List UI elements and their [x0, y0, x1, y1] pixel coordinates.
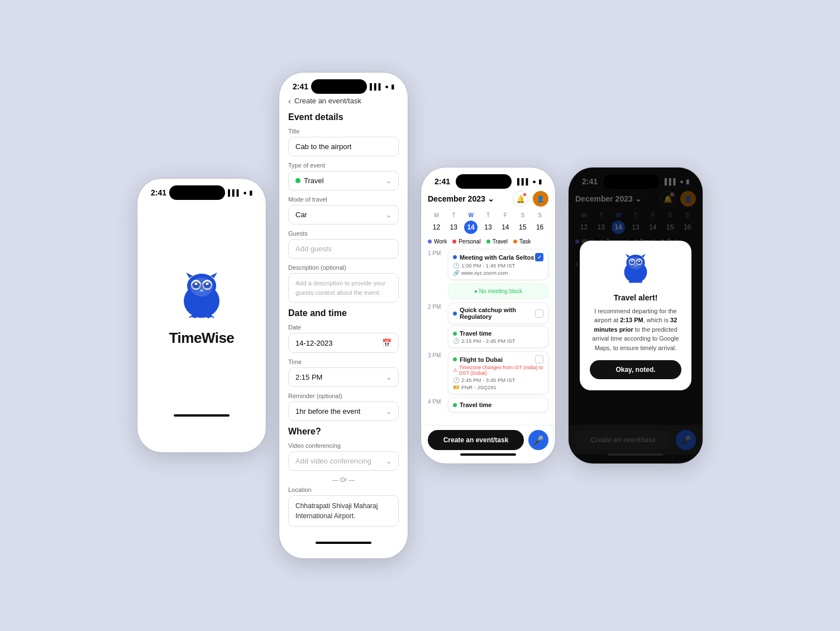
time-chevron: ⌄: [386, 374, 392, 381]
cal-day[interactable]: 15: [514, 221, 531, 234]
cal-day[interactable]: 12: [428, 221, 445, 234]
user-avatar[interactable]: 👤: [533, 191, 548, 207]
cal-day[interactable]: 13: [445, 221, 462, 234]
bell-dot: [523, 193, 527, 197]
svg-point-40: [629, 281, 634, 283]
event-title-text: Quick catchup with Regulatory: [460, 307, 535, 320]
app-name: TimeWise: [169, 329, 235, 347]
video-chevron: ⌄: [386, 457, 392, 465]
back-header[interactable]: ‹ Create an event/task: [288, 96, 399, 106]
status-bar-2: 2:41 ▌▌▌ ● ▮: [279, 73, 408, 96]
event-details-title: Event details: [288, 112, 399, 122]
event-flight-dubai[interactable]: Flight to Dubai ⚠Timezone changes from I…: [448, 351, 548, 394]
modal-overlay: Travel alert! I recommend departing for …: [569, 168, 703, 463]
time-2: 2:41: [293, 82, 308, 91]
create-event-btn[interactable]: Create an event/task: [428, 430, 524, 450]
modal-ok-button[interactable]: Okay, noted.: [590, 360, 681, 379]
clock-icon: 🕐: [453, 377, 460, 383]
guests-label: Guests: [288, 230, 399, 237]
video-label: Video conferencing: [288, 442, 399, 449]
mode-chevron: ⌄: [386, 211, 392, 219]
event-checkbox[interactable]: [535, 309, 543, 318]
time-label-4pm: 4 PM: [428, 398, 443, 412]
dynamic-island-1: [169, 185, 225, 200]
cal-header: December 2023 ⌄ 🔔 👤: [428, 191, 548, 207]
phone2: 2:41 ▌▌▌ ● ▮ ‹ Create an event/task Even…: [279, 73, 408, 558]
event-travel-time-4pm[interactable]: Travel time: [448, 398, 548, 412]
phone3: 2:41 ▌▌▌ ● ▮ December 2023 ⌄ 🔔 👤: [421, 168, 555, 463]
modal-body-part2: , which is: [643, 317, 670, 323]
event-dot: [453, 332, 457, 336]
signal-icon-3: ▌▌▌: [517, 178, 530, 185]
dynamic-island-2: [311, 79, 367, 94]
guests-input[interactable]: Add guests: [288, 239, 399, 259]
clock-icon: 🕐: [453, 262, 460, 269]
cal-days-header: MTWTFSS: [428, 212, 548, 218]
phone1: 2:41 ▌▌▌ ● ▮: [137, 179, 266, 452]
title-label: Title: [288, 128, 399, 135]
event-checkbox[interactable]: ✓: [535, 253, 543, 261]
signal-icon: ▌▌▌: [228, 189, 241, 196]
event-title-text: Travel time: [460, 330, 491, 337]
reminder-chevron: ⌄: [386, 408, 392, 415]
battery-icon-3: ▮: [538, 178, 542, 185]
calendar-main: December 2023 ⌄ 🔔 👤 MTWTFSS 12 13 14: [421, 191, 555, 412]
cal-month[interactable]: December 2023 ⌄: [428, 194, 494, 203]
battery-icon-2: ▮: [391, 83, 394, 90]
type-label: Type of event: [288, 162, 399, 169]
wifi-icon-2: ●: [385, 83, 389, 90]
cal-day[interactable]: 16: [531, 221, 548, 234]
event-checkbox[interactable]: [535, 355, 543, 364]
home-indicator-3: [460, 453, 516, 456]
desc-textarea[interactable]: Add a description to provide your guests…: [288, 273, 399, 303]
owl-logo: [174, 270, 230, 321]
home-indicator-1: [174, 414, 230, 417]
video-placeholder: Add video conferencing: [295, 457, 371, 465]
event-meeting-carla[interactable]: Meeting with Carla Seltos ✓ 🕐1:00 PM - 1…: [448, 249, 548, 280]
bell-icon[interactable]: 🔔: [513, 191, 528, 207]
reminder-label: Reminder (optional): [288, 393, 399, 399]
cal-day[interactable]: 14: [497, 221, 514, 234]
event-quick-catchup[interactable]: Quick catchup with Regulatory: [448, 303, 548, 324]
cal-days-row: 12 13 14 13 14 15 16: [428, 221, 548, 234]
time-label-2pm: 2 PM: [428, 303, 443, 348]
modal-owl-logo: [618, 252, 653, 285]
time-select[interactable]: 2:15 PM ⌄: [288, 367, 399, 387]
reminder-select[interactable]: 1hr before the event ⌄: [288, 401, 399, 421]
time-value: 2:15 PM: [295, 373, 322, 381]
time-label: Time: [288, 358, 399, 365]
calendar-icon: 📅: [382, 338, 392, 347]
type-select[interactable]: Travel ⌄: [288, 171, 399, 190]
or-divider: — Or —: [288, 476, 399, 483]
status-icons-1: ▌▌▌ ● ▮: [228, 189, 252, 197]
location-input[interactable]: Chhatrapati Shivaji Maharaj Internationa…: [288, 495, 399, 527]
travel-alert-modal: Travel alert! I recommend departing for …: [580, 241, 691, 391]
cal-day[interactable]: 13: [480, 221, 497, 234]
modal-body: I recommend departing for the airport at…: [590, 307, 681, 353]
time-slot-3pm: 3 PM Flight to Dubai ⚠Timezone changes f…: [428, 351, 548, 394]
reminder-value: 1hr before the event: [295, 407, 360, 415]
signal-icon-2: ▌▌▌: [370, 83, 383, 90]
back-chevron[interactable]: ‹: [288, 96, 291, 106]
type-value: Travel: [304, 176, 324, 185]
event-title-text: Meeting with Carla Seltos: [460, 254, 534, 261]
date-label: Date: [288, 324, 399, 331]
time-1: 2:41: [151, 188, 166, 197]
mic-btn[interactable]: 🎤: [528, 430, 548, 450]
phone1-main: TimeWise: [137, 202, 266, 414]
mode-select[interactable]: Car ⌄: [288, 205, 399, 224]
date-input[interactable]: 14-12-2023 📅: [288, 333, 399, 353]
time-slot-1pm: 1 PM Meeting with Carla Seltos ✓ 🕐1:00 P…: [428, 249, 548, 280]
time-label-1pm: 1 PM: [428, 249, 443, 280]
type-dot: [295, 178, 300, 183]
video-select[interactable]: Add video conferencing ⌄: [288, 451, 399, 471]
bottom-bar-3: Create an event/task 🎤: [421, 425, 555, 455]
event-title-text: Flight to Dubai: [460, 356, 503, 363]
location-label: Location: [288, 486, 399, 493]
cal-day-today[interactable]: 14: [464, 221, 478, 234]
time-label-3pm: 3 PM: [428, 351, 443, 394]
dynamic-island-3: [456, 174, 512, 189]
title-input[interactable]: Cab to the airport: [288, 137, 399, 156]
event-travel-time-2pm[interactable]: Travel time 🕐2:15 PM - 2:45 PM IST: [448, 326, 548, 348]
mode-value: Car: [295, 211, 307, 219]
